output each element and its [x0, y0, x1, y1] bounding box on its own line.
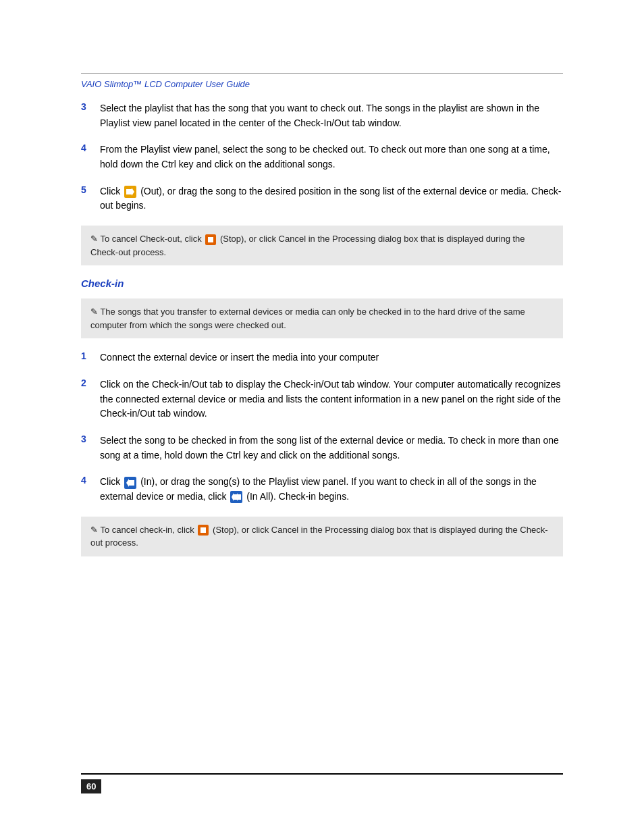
note-checkin-info-text: ✎ The songs that you transfer to externa…: [90, 305, 554, 332]
checkin-step-4-text: Click (In), or drag the song(s) to the P…: [100, 475, 563, 504]
checkin-step-2-num: 2: [81, 377, 100, 388]
svg-rect-10: [200, 527, 206, 533]
svg-rect-3: [208, 237, 213, 242]
note-checkout-text1: To cancel Check-out, click: [100, 234, 201, 244]
note-checkin-info-body: The songs that you transfer to external …: [90, 307, 525, 330]
note-cancel-checkin: ✎ To cancel check-in, click (Stop), or c…: [81, 517, 563, 556]
in-icon: [124, 477, 136, 489]
out-icon: [124, 186, 136, 198]
checkin-step-2-text: Click on the Check-in/Out tab to display…: [100, 377, 563, 421]
step-4-text: From the Playlist view panel, select the…: [100, 142, 563, 172]
checkin-step-3: 3 Select the song to be checked in from …: [81, 434, 563, 463]
step-5-text-before: Click: [100, 186, 120, 197]
step-5-text-after: (Out), or drag the song to the desired p…: [100, 186, 561, 211]
stop-icon-1: [205, 234, 216, 245]
checkin-heading: Check-in: [81, 278, 563, 289]
checkin-step-4-before: Click: [100, 476, 120, 487]
checkin-step-2: 2 Click on the Check-in/Out tab to displ…: [81, 377, 563, 421]
step-5-num: 5: [81, 184, 100, 195]
checkin-step-3-num: 3: [81, 434, 100, 444]
note-icon-pencil: ✎: [90, 234, 100, 244]
bottom-rule: [81, 773, 563, 775]
main-content: 3 Select the playlist that has the song …: [81, 101, 563, 569]
page: VAIO Slimtop™ LCD Computer User Guide 3 …: [0, 0, 644, 834]
header-title: VAIO Slimtop™ LCD Computer User Guide: [81, 79, 250, 89]
checkin-step-1-num: 1: [81, 350, 100, 361]
step-3-num: 3: [81, 101, 100, 112]
note-icon-pencil-2: ✎: [90, 307, 100, 317]
step-3: 3 Select the playlist that has the song …: [81, 101, 563, 130]
page-number: 60: [81, 779, 101, 793]
note-cancel-checkout-text: ✎ To cancel Check-out, click (Stop), or …: [90, 232, 554, 259]
top-rule: [81, 73, 563, 74]
checkin-step-4-after: (In All). Check-in begins.: [246, 491, 349, 502]
step-4: 4 From the Playlist view panel, select t…: [81, 142, 563, 172]
checkin-step-1-text: Connect the external device or insert th…: [100, 350, 563, 365]
step-5: 5 Click (Out), or drag the song to the d…: [81, 184, 563, 213]
checkin-step-3-text: Select the song to be checked in from th…: [100, 434, 563, 463]
header: VAIO Slimtop™ LCD Computer User Guide: [81, 78, 250, 89]
checkin-step-1: 1 Connect the external device or insert …: [81, 350, 563, 365]
note-checkin-info: ✎ The songs that you transfer to externa…: [81, 298, 563, 338]
checkin-step-4: 4 Click (In), or drag the song(s) to the…: [81, 475, 563, 504]
step-5-text: Click (Out), or drag the song to the des…: [100, 184, 563, 213]
note-icon-pencil-3: ✎: [90, 525, 100, 535]
step-3-text: Select the playlist that has the song th…: [100, 101, 563, 130]
inall-icon: [230, 491, 242, 503]
note-cancel-checkout: ✎ To cancel Check-out, click (Stop), or …: [81, 226, 563, 265]
note-checkin-cancel-text1: To cancel check-in, click: [100, 525, 194, 535]
checkin-step-4-num: 4: [81, 475, 100, 486]
note-cancel-checkin-text: ✎ To cancel check-in, click (Stop), or c…: [90, 523, 554, 550]
step-4-num: 4: [81, 142, 100, 153]
stop-icon-2: [198, 525, 209, 536]
